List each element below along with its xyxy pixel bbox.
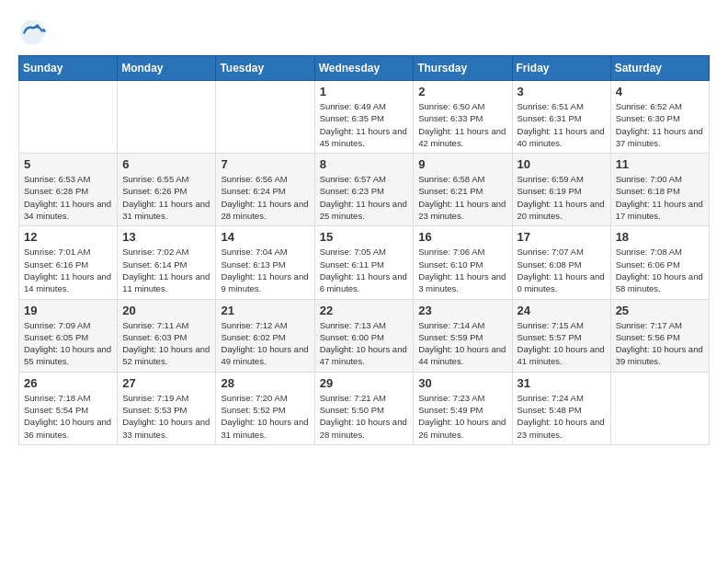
day-number: 18 <box>616 230 704 244</box>
weekday-header-wednesday: Wednesday <box>314 56 414 81</box>
weekday-header-thursday: Thursday <box>414 56 512 81</box>
day-number: 1 <box>320 85 409 98</box>
cell-info: Sunrise: 7:05 AM Sunset: 6:11 PM Dayligh… <box>320 246 409 294</box>
day-number: 23 <box>418 304 506 317</box>
calendar-body: 1Sunrise: 6:49 AM Sunset: 6:35 PM Daylig… <box>19 81 710 445</box>
cell-info: Sunrise: 7:17 AM Sunset: 5:56 PM Dayligh… <box>616 319 704 368</box>
cell-info: Sunrise: 7:18 AM Sunset: 5:54 PM Dayligh… <box>24 392 112 441</box>
calendar-week-1: 1Sunrise: 6:49 AM Sunset: 6:35 PM Daylig… <box>19 81 710 154</box>
cell-info: Sunrise: 7:07 AM Sunset: 6:08 PM Dayligh… <box>518 246 606 294</box>
calendar-cell: 25Sunrise: 7:17 AM Sunset: 5:56 PM Dayli… <box>610 299 709 372</box>
cell-info: Sunrise: 7:02 AM Sunset: 6:14 PM Dayligh… <box>122 246 210 294</box>
cell-info: Sunrise: 7:01 AM Sunset: 6:16 PM Dayligh… <box>24 246 112 294</box>
calendar-cell: 6Sunrise: 6:55 AM Sunset: 6:26 PM Daylig… <box>118 154 216 226</box>
cell-info: Sunrise: 6:51 AM Sunset: 6:31 PM Dayligh… <box>518 100 606 149</box>
day-number: 15 <box>320 230 409 244</box>
day-number: 7 <box>221 157 309 171</box>
day-number: 16 <box>418 230 506 244</box>
cell-info: Sunrise: 6:58 AM Sunset: 6:21 PM Dayligh… <box>418 173 506 222</box>
calendar-cell: 30Sunrise: 7:23 AM Sunset: 5:49 PM Dayli… <box>414 372 512 444</box>
calendar-cell: 12Sunrise: 7:01 AM Sunset: 6:16 PM Dayli… <box>19 226 118 299</box>
cell-info: Sunrise: 7:13 AM Sunset: 6:00 PM Dayligh… <box>320 319 409 368</box>
calendar-cell: 11Sunrise: 7:00 AM Sunset: 6:18 PM Dayli… <box>610 154 709 226</box>
cell-info: Sunrise: 7:00 AM Sunset: 6:18 PM Dayligh… <box>616 173 704 222</box>
weekday-header-sunday: Sunday <box>19 56 118 81</box>
cell-info: Sunrise: 6:57 AM Sunset: 6:23 PM Dayligh… <box>320 173 409 222</box>
calendar-cell: 27Sunrise: 7:19 AM Sunset: 5:53 PM Dayli… <box>118 372 216 444</box>
day-number: 3 <box>518 85 606 98</box>
calendar-cell: 5Sunrise: 6:53 AM Sunset: 6:28 PM Daylig… <box>19 154 118 226</box>
day-number: 9 <box>418 157 506 171</box>
calendar-header: SundayMondayTuesdayWednesdayThursdayFrid… <box>19 56 710 81</box>
weekday-header-saturday: Saturday <box>610 56 709 81</box>
calendar-cell: 17Sunrise: 7:07 AM Sunset: 6:08 PM Dayli… <box>512 226 610 299</box>
cell-info: Sunrise: 6:56 AM Sunset: 6:24 PM Dayligh… <box>221 173 309 222</box>
calendar-cell <box>610 372 709 444</box>
weekday-row: SundayMondayTuesdayWednesdayThursdayFrid… <box>19 56 710 81</box>
calendar-cell <box>19 81 118 154</box>
cell-info: Sunrise: 7:09 AM Sunset: 6:05 PM Dayligh… <box>24 319 112 368</box>
cell-info: Sunrise: 6:53 AM Sunset: 6:28 PM Dayligh… <box>24 173 112 222</box>
calendar-cell: 2Sunrise: 6:50 AM Sunset: 6:33 PM Daylig… <box>414 81 512 154</box>
day-number: 24 <box>518 304 606 317</box>
logo-icon <box>18 18 46 46</box>
weekday-header-tuesday: Tuesday <box>216 56 314 81</box>
calendar-cell: 9Sunrise: 6:58 AM Sunset: 6:21 PM Daylig… <box>414 154 512 226</box>
day-number: 19 <box>24 304 112 317</box>
day-number: 11 <box>616 157 704 171</box>
day-number: 22 <box>320 304 409 317</box>
cell-info: Sunrise: 7:23 AM Sunset: 5:49 PM Dayligh… <box>418 392 506 441</box>
calendar-cell: 18Sunrise: 7:08 AM Sunset: 6:06 PM Dayli… <box>610 226 709 299</box>
cell-info: Sunrise: 6:50 AM Sunset: 6:33 PM Dayligh… <box>418 100 506 149</box>
calendar-cell: 15Sunrise: 7:05 AM Sunset: 6:11 PM Dayli… <box>314 226 414 299</box>
calendar-cell: 24Sunrise: 7:15 AM Sunset: 5:57 PM Dayli… <box>512 299 610 372</box>
day-number: 26 <box>24 376 112 390</box>
logo <box>18 18 50 46</box>
day-number: 6 <box>122 157 210 171</box>
calendar-cell: 14Sunrise: 7:04 AM Sunset: 6:13 PM Dayli… <box>216 226 314 299</box>
day-number: 13 <box>122 230 210 244</box>
cell-info: Sunrise: 6:55 AM Sunset: 6:26 PM Dayligh… <box>122 173 210 222</box>
calendar-cell: 19Sunrise: 7:09 AM Sunset: 6:05 PM Dayli… <box>19 299 118 372</box>
day-number: 29 <box>320 376 409 390</box>
calendar-cell: 28Sunrise: 7:20 AM Sunset: 5:52 PM Dayli… <box>216 372 314 444</box>
calendar-cell: 26Sunrise: 7:18 AM Sunset: 5:54 PM Dayli… <box>19 372 118 444</box>
cell-info: Sunrise: 7:14 AM Sunset: 5:59 PM Dayligh… <box>418 319 506 368</box>
cell-info: Sunrise: 7:15 AM Sunset: 5:57 PM Dayligh… <box>518 319 606 368</box>
day-number: 17 <box>518 230 606 244</box>
calendar-week-5: 26Sunrise: 7:18 AM Sunset: 5:54 PM Dayli… <box>19 372 710 444</box>
day-number: 31 <box>518 376 606 390</box>
calendar-cell: 1Sunrise: 6:49 AM Sunset: 6:35 PM Daylig… <box>314 81 414 154</box>
calendar-cell: 13Sunrise: 7:02 AM Sunset: 6:14 PM Dayli… <box>118 226 216 299</box>
calendar-cell: 4Sunrise: 6:52 AM Sunset: 6:30 PM Daylig… <box>610 81 709 154</box>
weekday-header-friday: Friday <box>512 56 610 81</box>
calendar-cell: 20Sunrise: 7:11 AM Sunset: 6:03 PM Dayli… <box>118 299 216 372</box>
calendar-cell <box>118 81 216 154</box>
calendar-cell: 23Sunrise: 7:14 AM Sunset: 5:59 PM Dayli… <box>414 299 512 372</box>
weekday-header-monday: Monday <box>118 56 216 81</box>
calendar-cell: 7Sunrise: 6:56 AM Sunset: 6:24 PM Daylig… <box>216 154 314 226</box>
cell-info: Sunrise: 6:59 AM Sunset: 6:19 PM Dayligh… <box>518 173 606 222</box>
calendar-cell: 16Sunrise: 7:06 AM Sunset: 6:10 PM Dayli… <box>414 226 512 299</box>
calendar-table: SundayMondayTuesdayWednesdayThursdayFrid… <box>18 55 710 445</box>
day-number: 27 <box>122 376 210 390</box>
calendar-week-3: 12Sunrise: 7:01 AM Sunset: 6:16 PM Dayli… <box>19 226 710 299</box>
day-number: 8 <box>320 157 409 171</box>
day-number: 14 <box>221 230 309 244</box>
cell-info: Sunrise: 7:06 AM Sunset: 6:10 PM Dayligh… <box>418 246 506 294</box>
day-number: 12 <box>24 230 112 244</box>
cell-info: Sunrise: 7:11 AM Sunset: 6:03 PM Dayligh… <box>122 319 210 368</box>
day-number: 21 <box>221 304 309 317</box>
calendar-cell: 31Sunrise: 7:24 AM Sunset: 5:48 PM Dayli… <box>512 372 610 444</box>
cell-info: Sunrise: 7:12 AM Sunset: 6:02 PM Dayligh… <box>221 319 309 368</box>
calendar-cell: 29Sunrise: 7:21 AM Sunset: 5:50 PM Dayli… <box>314 372 414 444</box>
cell-info: Sunrise: 7:19 AM Sunset: 5:53 PM Dayligh… <box>122 392 210 441</box>
day-number: 28 <box>221 376 309 390</box>
calendar-cell <box>216 81 314 154</box>
cell-info: Sunrise: 7:24 AM Sunset: 5:48 PM Dayligh… <box>518 392 606 441</box>
cell-info: Sunrise: 7:21 AM Sunset: 5:50 PM Dayligh… <box>320 392 409 441</box>
day-number: 2 <box>418 85 506 98</box>
cell-info: Sunrise: 6:52 AM Sunset: 6:30 PM Dayligh… <box>616 100 704 149</box>
day-number: 30 <box>418 376 506 390</box>
cell-info: Sunrise: 6:49 AM Sunset: 6:35 PM Dayligh… <box>320 100 409 149</box>
